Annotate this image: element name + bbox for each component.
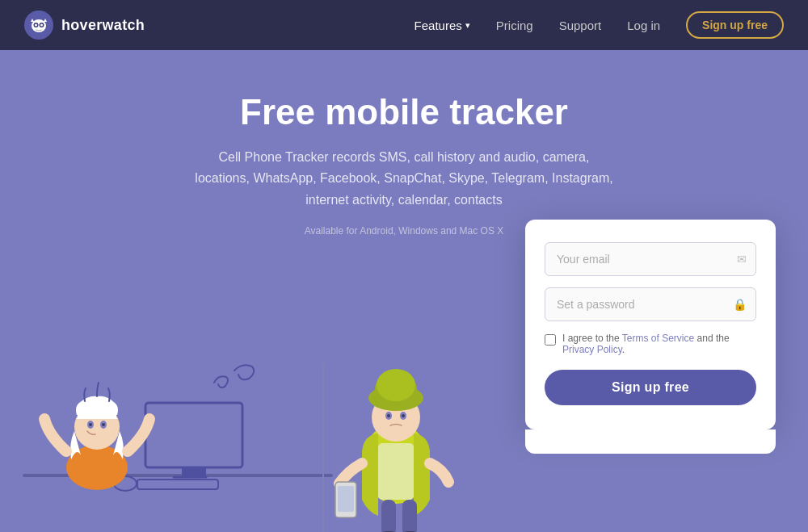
hero-subtitle: Cell Phone Tracker records SMS, call his… xyxy=(190,147,618,211)
svg-rect-30 xyxy=(338,486,354,512)
svg-point-24 xyxy=(377,369,415,401)
svg-point-4 xyxy=(35,24,37,27)
nav-pricing-link[interactable]: Pricing xyxy=(496,19,533,32)
svg-rect-20 xyxy=(378,443,414,500)
svg-point-17 xyxy=(102,423,105,426)
terms-of-service-link[interactable]: Terms of Service xyxy=(622,333,694,344)
privacy-policy-link[interactable]: Privacy Policy xyxy=(562,344,622,355)
terms-checkbox[interactable] xyxy=(545,334,556,346)
hero-content: Free mobile tracker Cell Phone Tracker r… xyxy=(0,50,808,237)
password-input[interactable] xyxy=(545,287,756,321)
lock-icon: 🔒 xyxy=(733,298,747,311)
email-input-group: ✉ xyxy=(545,242,756,276)
signup-card: ✉ 🔒 I agree to the Terms of Service and … xyxy=(525,220,776,429)
terms-text: I agree to the Terms of Service and the … xyxy=(562,333,756,355)
illustration xyxy=(0,258,501,532)
logo-text: hoverwatch xyxy=(61,17,145,34)
nav-support-link[interactable]: Support xyxy=(559,19,602,32)
email-input[interactable] xyxy=(545,242,756,276)
svg-rect-7 xyxy=(145,403,242,467)
nav-features-link[interactable]: Features xyxy=(415,19,470,32)
email-icon: ✉ xyxy=(737,253,747,266)
svg-rect-8 xyxy=(182,467,206,477)
svg-rect-31 xyxy=(381,500,396,532)
hero-title: Free mobile tracker xyxy=(0,92,808,132)
hero-section: Free mobile tracker Cell Phone Tracker r… xyxy=(0,50,808,532)
svg-point-5 xyxy=(40,24,43,27)
svg-rect-32 xyxy=(402,500,417,532)
svg-point-27 xyxy=(387,414,390,417)
logo-area: hoverwatch xyxy=(24,10,415,40)
svg-point-28 xyxy=(402,414,405,417)
nav-login-link[interactable]: Log in xyxy=(627,19,660,32)
nav-signup-button[interactable]: Sign up free xyxy=(686,11,784,39)
logo-icon xyxy=(24,10,53,40)
navbar: hoverwatch Features Pricing Support Log … xyxy=(0,0,808,50)
svg-point-16 xyxy=(89,423,92,426)
signup-submit-button[interactable]: Sign up free xyxy=(545,370,756,405)
nav-links: Features Pricing Support Log in Sign up … xyxy=(415,11,784,39)
terms-row: I agree to the Terms of Service and the … xyxy=(545,333,756,355)
password-input-group: 🔒 xyxy=(545,287,756,321)
svg-rect-11 xyxy=(137,480,218,489)
